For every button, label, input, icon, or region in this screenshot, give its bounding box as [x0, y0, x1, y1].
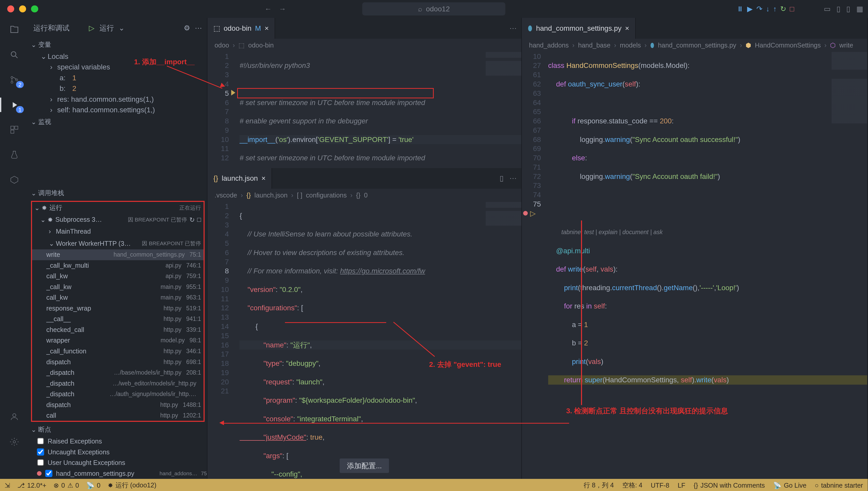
layout-custom-icon[interactable]: ▦: [857, 5, 863, 13]
breadcrumb-hand[interactable]: hand_addons›hand_base›models›⬮hand_commo…: [522, 39, 867, 52]
breadcrumb-launch[interactable]: .vscode›{}launch.json›[ ]configurations›…: [208, 189, 521, 202]
stack-frame[interactable]: checked_callhttp.py339:1: [32, 324, 204, 335]
command-center[interactable]: ⌕ odoo12: [362, 2, 506, 16]
nav-forward-icon[interactable]: →: [279, 5, 286, 13]
go-live[interactable]: 📡 Go Live: [773, 481, 807, 490]
stack-frame[interactable]: __call__http.py941:1: [32, 314, 204, 324]
more-icon[interactable]: ⋯: [510, 24, 517, 32]
var-b[interactable]: b: 2: [29, 83, 207, 94]
debug-stepout-icon[interactable]: ↑: [773, 5, 777, 13]
breadcrumb-odoo[interactable]: odoo›⬚odoo-bin: [208, 39, 521, 52]
editor-hand-settings[interactable]: 102761626364656667 6869707172737475 ▷ cl…: [522, 52, 867, 479]
cursor-position[interactable]: 行 8，列 4: [584, 481, 614, 490]
bp-uncaught[interactable]: Uncaught Exceptions: [29, 446, 207, 457]
stack-frame[interactable]: call_kwapi.py759:1: [32, 271, 204, 282]
bp-user[interactable]: User Uncaught Exceptions: [29, 457, 207, 468]
problems[interactable]: ⊗ 0 ⚠ 0: [53, 482, 79, 489]
tab-odoo-bin[interactable]: ⬚odoo-binM×: [208, 18, 275, 39]
close-window[interactable]: [7, 5, 15, 13]
eol[interactable]: LF: [678, 481, 685, 490]
breakpoints-section[interactable]: ⌄断点: [29, 423, 207, 436]
stack-frame[interactable]: writehand_common_settings.py75:1: [32, 249, 204, 260]
watch-section[interactable]: ⌄监视: [29, 115, 207, 128]
stack-frame[interactable]: dispatchhttp.py1488:1: [32, 399, 204, 410]
remote-icon[interactable]: [7, 173, 22, 187]
stack-frame[interactable]: wrappermodel.py98:1: [32, 335, 204, 346]
debug-icon[interactable]: 1: [7, 97, 22, 112]
debug-stepover-icon[interactable]: ↷: [756, 5, 762, 13]
split-icon[interactable]: ▯: [499, 174, 504, 182]
scope-locals[interactable]: ⌄Locals: [29, 51, 207, 62]
restart-icon[interactable]: ↻: [189, 216, 195, 224]
layout-panel-icon[interactable]: ▭: [824, 5, 831, 13]
stack-frame[interactable]: callhttp.py1202:1: [32, 410, 204, 421]
tabnine-status[interactable]: ○ tabnine starter: [815, 481, 863, 490]
stack-frame[interactable]: _call_functionhttp.py346:1: [32, 346, 204, 357]
callstack-section[interactable]: ⌄调用堆栈: [29, 186, 207, 200]
stack-frame[interactable]: _dispatch…/base/models/ir_http.py208:1: [32, 367, 204, 378]
close-icon[interactable]: ×: [262, 174, 266, 182]
breakpoint-mark[interactable]: [523, 211, 528, 215]
bp-raised[interactable]: Raised Exceptions: [29, 436, 207, 447]
remote-indicator[interactable]: ⇲: [5, 482, 10, 489]
activity-bar: 2 1: [0, 18, 29, 479]
debug-status[interactable]: ✸ 运行 (odoo12): [108, 481, 157, 490]
stack-frame[interactable]: call_kwmain.py963:1: [32, 292, 204, 303]
chevron-down-icon[interactable]: ⌄: [118, 24, 123, 32]
titlebar: ← → ⌕ odoo12 ⏸ ▶ ↷ ↓ ↑ ↻ □ ▭ ▯ ▯ ▦: [0, 0, 868, 18]
scm-icon[interactable]: 2: [7, 73, 22, 87]
subprocess[interactable]: ⌄✸Subprocess 3…因 BREAKPOINT 已暂停↻□: [32, 214, 204, 226]
tab-launch-json[interactable]: {}launch.json×: [208, 168, 272, 189]
extensions-icon[interactable]: [7, 123, 22, 137]
tab-hand-settings[interactable]: ⬮hand_common_settings.py×: [522, 18, 636, 39]
maximize-window[interactable]: [31, 5, 38, 13]
indent[interactable]: 空格: 4: [622, 481, 643, 490]
account-icon[interactable]: [7, 410, 22, 424]
encoding[interactable]: UTF-8: [651, 481, 669, 490]
special-variables[interactable]: ›special variables: [29, 62, 207, 73]
stack-frame[interactable]: response_wraphttp.py519:1: [32, 303, 204, 314]
more-icon[interactable]: ⋯: [510, 174, 517, 182]
nav-back-icon[interactable]: ←: [265, 5, 272, 13]
thread-main[interactable]: ›MainThread: [32, 226, 204, 237]
var-self[interactable]: ›self: hand.common.settings(1,): [29, 105, 207, 116]
editor-odoo-bin[interactable]: 123456789101112 #!/usr/bin/env python3 #…: [208, 52, 521, 168]
bp-file[interactable]: hand_common_settings.pyhand_addons…75: [29, 468, 207, 479]
layout-right-icon[interactable]: ▯: [846, 5, 850, 13]
close-icon[interactable]: ×: [265, 24, 269, 32]
debug-stop-icon[interactable]: □: [790, 5, 794, 13]
close-icon[interactable]: ×: [625, 24, 629, 32]
var-a[interactable]: a: 1: [29, 73, 207, 83]
debug-config-select[interactable]: 运行: [100, 23, 114, 33]
stack-frame[interactable]: _dispatch…/web_editor/models/ir_http.py: [32, 378, 204, 389]
git-branch[interactable]: ⎇ 12.0*+: [17, 482, 46, 489]
debug-restart-icon[interactable]: ↻: [780, 5, 786, 13]
variables-section[interactable]: ⌄变量: [29, 38, 207, 51]
gear-icon[interactable]: [7, 435, 22, 449]
add-configuration-button[interactable]: 添加配置...: [340, 459, 389, 473]
stack-frame[interactable]: _call_kw_multiapi.py746:1: [32, 260, 204, 271]
language-mode[interactable]: {} JSON with Comments: [694, 481, 765, 490]
layout-sidebar-icon[interactable]: ▯: [837, 5, 840, 13]
more-icon[interactable]: ⋯: [195, 24, 202, 32]
explorer-icon[interactable]: [7, 23, 22, 37]
debug-session[interactable]: ⌄✸运行正在运行: [32, 202, 204, 214]
ports[interactable]: 📡 0: [86, 482, 101, 489]
var-res[interactable]: ›res: hand.common.settings(1,): [29, 94, 207, 105]
editor-launch-json[interactable]: 123456789101112131415161718192021 { // U…: [208, 202, 521, 479]
search-icon[interactable]: [7, 48, 22, 62]
testing-icon[interactable]: [7, 148, 22, 162]
minimize-window[interactable]: [19, 5, 26, 13]
stack-frame[interactable]: _dispatch…/auth_signup/models/ir_http.…: [32, 389, 204, 400]
stack-frame[interactable]: _call_kwmain.py955:1: [32, 282, 204, 292]
stop-icon[interactable]: □: [197, 216, 201, 223]
debug-pause-icon[interactable]: ⏸: [736, 5, 744, 13]
stack-frame[interactable]: dispatchhttp.py698:1: [32, 356, 204, 367]
debug-stepin-icon[interactable]: ↓: [766, 5, 769, 13]
debug-continue-icon[interactable]: ▶: [747, 5, 753, 13]
side-panel: 运行和调试 ▷ 运行 ⌄ ⚙ ⋯ ⌄变量 ⌄Locals ›special va…: [29, 18, 208, 479]
svg-point-1: [11, 77, 13, 79]
gear-icon[interactable]: ⚙: [184, 24, 190, 32]
start-debug-icon[interactable]: ▷: [89, 24, 94, 32]
thread-worker[interactable]: ⌄Worker WorkerHTTP (3…因 BREAKPOINT 已暂停: [32, 237, 204, 249]
